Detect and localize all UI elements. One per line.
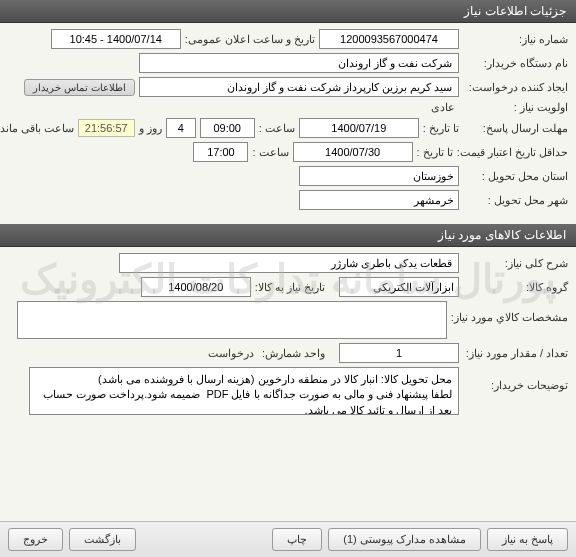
input-need-date[interactable] [141, 277, 251, 297]
exit-button[interactable]: خروج [8, 528, 63, 551]
section-header-details: جزئیات اطلاعات نیاز [0, 0, 576, 23]
label-qty: تعداد / مقدار مورد نیاز: [463, 347, 568, 360]
value-priority: عادی [431, 101, 459, 114]
details-form: شماره نیاز: تاریخ و ساعت اعلان عمومی: نا… [0, 23, 576, 224]
input-announce[interactable] [51, 29, 181, 49]
label-need-no: شماره نیاز: [463, 33, 568, 46]
input-price-date[interactable] [293, 142, 413, 162]
label-goods-spec: مشخصات کالاي مورد نیاز: [451, 301, 568, 324]
label-to-date-2: تا تاریخ : [417, 146, 453, 159]
label-days-and: روز و [139, 122, 162, 135]
label-buyer: نام دستگاه خریدار: [463, 57, 568, 70]
print-button[interactable]: چاپ [272, 528, 322, 551]
label-goods-group: گروه کالا: [463, 281, 568, 294]
input-province[interactable] [299, 166, 459, 186]
label-time-1: ساعت : [259, 122, 295, 135]
input-need-no[interactable] [319, 29, 459, 49]
label-to-date-1: تا تاریخ : [423, 122, 459, 135]
footer-toolbar: پاسخ به نیاز مشاهده مدارک پیوستی (1) چاپ… [0, 521, 576, 557]
label-remaining: ساعت باقی مانده [0, 122, 74, 135]
value-unit: درخواست [208, 347, 258, 360]
textarea-goods-spec[interactable] [17, 301, 447, 339]
section-header-goods: اطلاعات کالاهای مورد نیاز [0, 224, 576, 247]
label-resp-deadline: مهلت ارسال پاسخ: [463, 122, 568, 135]
respond-button[interactable]: پاسخ به نیاز [487, 528, 568, 551]
input-buyer[interactable] [139, 53, 459, 73]
time-remaining: 21:56:57 [78, 119, 135, 137]
label-buyer-notes: توضیحات خریدار: [463, 367, 568, 392]
label-priority: اولویت نیاز : [463, 101, 568, 114]
label-price-validity: حداقل تاریخ اعتبار قیمت: [457, 146, 568, 159]
input-days-left [166, 118, 196, 138]
label-city: شهر محل تحویل : [463, 194, 568, 207]
label-gen-desc: شرح کلی نیاز: [463, 257, 568, 270]
attachments-button[interactable]: مشاهده مدارک پیوستی (1) [328, 528, 481, 551]
label-time-2: ساعت : [252, 146, 288, 159]
input-requester[interactable] [139, 77, 459, 97]
label-province: استان محل تحویل : [463, 170, 568, 183]
back-button[interactable]: بازگشت [69, 528, 136, 551]
badge-contact[interactable]: اطلاعات تماس خریدار [24, 79, 135, 96]
label-requester: ایجاد کننده درخواست: [463, 81, 568, 94]
input-resp-date[interactable] [299, 118, 419, 138]
goods-form: شرح کلی نیاز: گروه کالا: تاریخ نیاز به ک… [0, 247, 576, 429]
textarea-buyer-notes[interactable] [29, 367, 459, 415]
label-need-date: تاریخ نیاز به کالا: [255, 281, 325, 294]
input-price-time[interactable] [193, 142, 248, 162]
label-unit: واحد شمارش: [262, 347, 325, 360]
label-announce: تاریخ و ساعت اعلان عمومی: [185, 33, 315, 46]
input-city[interactable] [299, 190, 459, 210]
input-qty[interactable] [339, 343, 459, 363]
input-gen-desc[interactable] [119, 253, 459, 273]
input-resp-time[interactable] [200, 118, 255, 138]
input-goods-group[interactable] [339, 277, 459, 297]
